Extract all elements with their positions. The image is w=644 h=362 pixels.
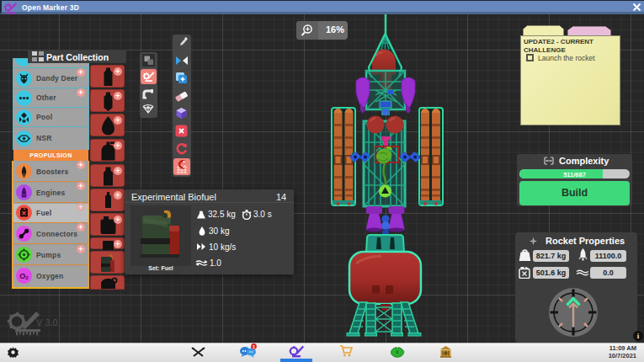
svg-text:O2: O2 [19,272,29,280]
